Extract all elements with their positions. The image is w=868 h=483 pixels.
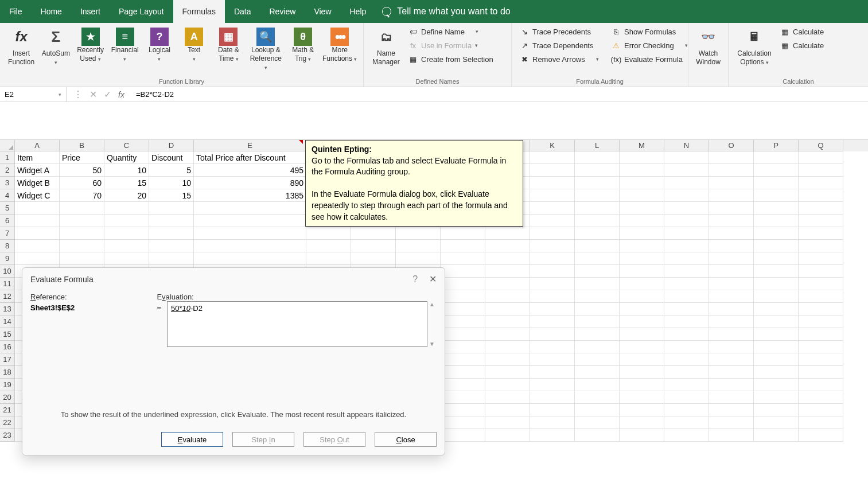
cell[interactable] xyxy=(15,202,60,215)
cell[interactable] xyxy=(485,252,530,265)
cell[interactable] xyxy=(709,416,754,429)
row-header[interactable]: 16 xyxy=(0,341,15,353)
cell[interactable]: 15 xyxy=(104,177,149,189)
cell[interactable] xyxy=(664,278,709,290)
cell[interactable] xyxy=(485,303,530,315)
scroll-up-icon[interactable]: ▲ xyxy=(429,301,435,307)
row-header[interactable]: 1 xyxy=(0,151,15,164)
cell[interactable]: 495 xyxy=(194,164,306,177)
cell[interactable] xyxy=(620,240,664,252)
cell[interactable] xyxy=(799,265,843,278)
row-header[interactable]: 17 xyxy=(0,353,15,366)
cell[interactable] xyxy=(709,240,754,252)
cell[interactable] xyxy=(664,353,709,366)
cell[interactable] xyxy=(441,341,485,353)
row-header[interactable]: 20 xyxy=(0,391,15,404)
row-header[interactable]: 9 xyxy=(0,252,15,265)
cell[interactable] xyxy=(575,265,620,278)
cell[interactable] xyxy=(530,315,575,328)
calculate-sheet-button[interactable]: ▦Calculate xyxy=(777,39,827,52)
cell[interactable]: 20 xyxy=(104,189,149,202)
financial-button[interactable]: ≡ Financial▾ xyxy=(108,25,142,65)
row-header[interactable]: 10 xyxy=(0,265,15,278)
cell[interactable] xyxy=(351,227,396,240)
math-button[interactable]: θ Math & Trig ▾ xyxy=(286,25,320,65)
cell[interactable] xyxy=(485,353,530,366)
cell[interactable] xyxy=(575,227,620,240)
row-header[interactable]: 4 xyxy=(0,189,15,202)
cell[interactable] xyxy=(530,215,575,227)
cell[interactable] xyxy=(664,366,709,379)
scroll-down-icon[interactable]: ▼ xyxy=(429,341,435,347)
cell[interactable] xyxy=(485,379,530,391)
cell[interactable] xyxy=(664,240,709,252)
cell[interactable] xyxy=(149,240,194,252)
column-header[interactable]: A xyxy=(15,140,60,151)
help-icon[interactable]: ? xyxy=(412,274,418,284)
cell[interactable] xyxy=(754,290,799,303)
cell[interactable] xyxy=(664,303,709,315)
row-header[interactable]: 11 xyxy=(0,278,15,290)
column-header[interactable]: B xyxy=(60,140,104,151)
cell[interactable] xyxy=(664,164,709,177)
cell[interactable] xyxy=(664,227,709,240)
recently-used-button[interactable]: ★ Recently Used ▾ xyxy=(73,25,107,65)
cell[interactable] xyxy=(620,353,664,366)
menu-page-layout[interactable]: Page Layout xyxy=(110,0,173,23)
cell[interactable] xyxy=(485,227,530,240)
cell[interactable] xyxy=(530,278,575,290)
cell[interactable] xyxy=(664,416,709,429)
cell[interactable]: Widget A xyxy=(15,164,60,177)
cell[interactable] xyxy=(194,227,306,240)
cell[interactable] xyxy=(575,215,620,227)
cell[interactable] xyxy=(620,379,664,391)
cell[interactable] xyxy=(104,227,149,240)
cell[interactable] xyxy=(441,265,485,278)
cell[interactable] xyxy=(754,303,799,315)
cell[interactable] xyxy=(799,404,843,416)
cell[interactable] xyxy=(754,227,799,240)
cell[interactable] xyxy=(104,202,149,215)
cell[interactable] xyxy=(620,366,664,379)
cell[interactable] xyxy=(709,429,754,442)
name-box[interactable]: E2 ▾ xyxy=(0,87,67,102)
cell[interactable]: 15 xyxy=(149,189,194,202)
cell[interactable] xyxy=(799,290,843,303)
cell[interactable] xyxy=(149,252,194,265)
cell[interactable] xyxy=(485,404,530,416)
cell[interactable] xyxy=(709,151,754,164)
cell[interactable] xyxy=(530,366,575,379)
cell[interactable] xyxy=(575,416,620,429)
cell[interactable] xyxy=(799,177,843,189)
cell[interactable] xyxy=(530,202,575,215)
evaluate-button[interactable]: Evaluate xyxy=(161,432,223,447)
accept-icon[interactable]: ✓ xyxy=(104,89,111,100)
cell[interactable] xyxy=(441,353,485,366)
row-header[interactable]: 7 xyxy=(0,227,15,240)
cell[interactable] xyxy=(441,303,485,315)
autosum-button[interactable]: Σ AutoSum▾ xyxy=(39,25,72,69)
watch-window-button[interactable]: 👓 Watch Window xyxy=(693,25,723,69)
cell[interactable] xyxy=(575,164,620,177)
cell[interactable] xyxy=(754,265,799,278)
column-header[interactable]: D xyxy=(149,140,194,151)
formula-input[interactable]: =B2*C2-D2 xyxy=(131,90,868,99)
cell[interactable] xyxy=(620,416,664,429)
cell[interactable]: 60 xyxy=(60,177,104,189)
cell[interactable]: Total Price after Discount xyxy=(194,151,306,164)
cell[interactable] xyxy=(485,315,530,328)
cell[interactable] xyxy=(709,265,754,278)
cell[interactable] xyxy=(15,215,60,227)
cell[interactable] xyxy=(799,164,843,177)
cell[interactable] xyxy=(485,341,530,353)
column-header[interactable]: L xyxy=(575,140,620,151)
column-header[interactable]: C xyxy=(104,140,149,151)
cell[interactable] xyxy=(15,252,60,265)
cell[interactable] xyxy=(485,328,530,341)
cell[interactable] xyxy=(709,315,754,328)
cell[interactable] xyxy=(575,341,620,353)
cell[interactable] xyxy=(664,315,709,328)
cell[interactable] xyxy=(441,328,485,341)
cell[interactable] xyxy=(799,151,843,164)
cell[interactable] xyxy=(799,202,843,215)
